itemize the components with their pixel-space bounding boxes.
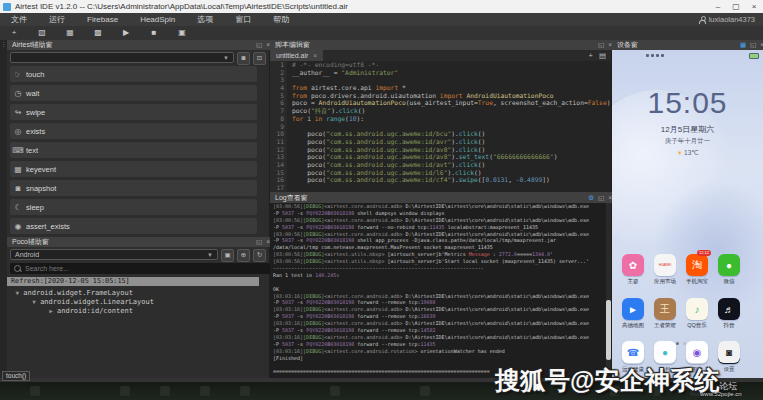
run-button[interactable]: ▶: [112, 26, 140, 40]
log-scrollbar-thumb[interactable]: [606, 300, 611, 360]
stop-button[interactable]: ■: [140, 26, 168, 40]
code-line: 4from airtest.core.api import *: [270, 84, 611, 92]
line-number: 5: [270, 92, 287, 100]
action-wait-button[interactable]: ◷wait: [10, 85, 257, 101]
inspect-icon[interactable]: ⊕: [237, 249, 250, 262]
poco-mode-combo[interactable]: Android ▼: [10, 249, 218, 260]
lock-icon[interactable]: ▣: [221, 249, 234, 262]
log-console[interactable]: [03:00:56][DEBUG]<airtest.core.android.a…: [270, 203, 609, 378]
maximize-button[interactable]: ▢: [727, 1, 745, 13]
action-keyevent-button[interactable]: ▦keyevent: [10, 161, 257, 177]
action-assert_exists-button[interactable]: ◉assert_exists: [10, 218, 257, 234]
assert-icon: ◉: [10, 222, 26, 231]
menu-item-帮助[interactable]: 帮助: [262, 13, 300, 26]
menu-item-选项[interactable]: 选项: [186, 13, 224, 26]
close-button[interactable]: ×: [745, 1, 763, 13]
poco-refresh-row[interactable]: Refresh:[2020-12-05 15:05:15]: [7, 277, 259, 286]
app-王者荣耀[interactable]: 王王者荣耀: [649, 298, 681, 329]
keyboard-icon: ⌨: [10, 146, 26, 155]
collapsed-arrow-icon[interactable]: ▶: [49, 307, 53, 314]
left-dock-strip: ⋮: [0, 40, 7, 380]
action-swipe-button[interactable]: ↬swipe: [10, 104, 257, 120]
expanded-arrow-icon[interactable]: ▼: [32, 298, 36, 305]
minimize-button[interactable]: –: [709, 1, 727, 13]
new-script-button[interactable]: +: [0, 26, 28, 40]
log-settings-icon[interactable]: ⚙: [588, 193, 594, 203]
action-snapshot-button[interactable]: ◙snapshot: [10, 180, 257, 196]
app-label: 主题: [617, 278, 649, 285]
float-panel-icon[interactable]: ◱: [256, 40, 262, 50]
device-grid-icon[interactable]: ▦: [740, 40, 746, 50]
messages-app[interactable]: ●: [649, 341, 681, 363]
code-line: 3: [270, 76, 611, 84]
code-text: poco("com.ss.android.ugc.aweme:id/cf4").…: [287, 176, 550, 184]
tree-node[interactable]: ▼ android.widget.LinearLayout: [7, 297, 262, 306]
menu-item-HeadSpin[interactable]: HeadSpin: [129, 13, 186, 26]
taskbar-item: [420, 386, 430, 396]
float-panel-icon[interactable]: ◱: [598, 193, 604, 203]
account-button[interactable]: luxiaolan4373: [699, 15, 763, 24]
phone-app[interactable]: ☎: [617, 341, 649, 363]
app-高德地图[interactable]: ►高德地图: [617, 298, 649, 329]
editor-layout-icon[interactable]: ▤: [599, 51, 606, 60]
menu-item-Firebase[interactable]: Firebase: [76, 13, 129, 26]
device-combo[interactable]: ▼: [10, 52, 234, 63]
code-editor[interactable]: 1# -*- encoding=utf8 -*-2__author__ = "A…: [270, 61, 611, 192]
device-screen-mirror[interactable]: 15:05 12月5日星期六 庚子年十月廿一 ☀ 13℃ ✿主题HUAWEI应用…: [612, 50, 763, 378]
taskbar-item: [30, 386, 40, 396]
new-tab-icon[interactable]: +: [589, 51, 593, 60]
menu-item-运行[interactable]: 运行: [38, 13, 76, 26]
keypad-icon: ▦: [10, 165, 26, 174]
expanded-arrow-icon[interactable]: ▼: [15, 289, 19, 296]
phone-status-bar: [612, 52, 763, 59]
line-number: 3: [270, 76, 287, 84]
menu-item-窗口[interactable]: 窗口: [224, 13, 262, 26]
open-script-button[interactable]: ▧: [28, 26, 56, 40]
action-exists-button[interactable]: ◎exists: [10, 123, 257, 139]
report-button[interactable]: ▣: [168, 26, 196, 40]
app-glyph: ●: [726, 260, 732, 271]
save-button[interactable]: ▦: [56, 26, 84, 40]
app-icon: ✿: [622, 254, 644, 276]
float-panel-icon[interactable]: ◱: [256, 237, 262, 247]
taskbar-item: [330, 386, 340, 396]
record-mode-button[interactable]: ⊡: [253, 52, 266, 65]
tree-node[interactable]: ▶ android:id/content: [7, 306, 262, 315]
code-line: 11 poco("com.ss.android.ugc.aweme:id/avr…: [270, 138, 611, 146]
app-主题[interactable]: ✿主题: [617, 254, 649, 285]
tab-close-icon[interactable]: ×: [313, 50, 317, 61]
app-badge: 12.12: [697, 250, 711, 256]
tree-node[interactable]: ▼ android.widget.FrameLayout: [7, 288, 262, 297]
menu-bar: 文件运行FirebaseHeadSpin选项窗口帮助 luxiaolan4373: [0, 13, 763, 26]
poco-search-input[interactable]: Search here...: [10, 263, 272, 274]
app-QQ音乐[interactable]: ♪QQ音乐: [681, 298, 713, 329]
line-number: 9: [270, 123, 287, 131]
refresh-icon[interactable]: ↻: [253, 249, 266, 262]
action-sleep-button[interactable]: ☾sleep: [10, 199, 257, 215]
app-label: 王者荣耀: [649, 322, 681, 329]
screenshot-mode-button[interactable]: ◙: [237, 52, 250, 65]
action-label: exists: [26, 127, 45, 136]
app-抖音[interactable]: ♬抖音: [713, 298, 745, 329]
app-应用市场[interactable]: HUAWEI应用市场: [649, 254, 681, 285]
save-as-icon: ▩: [94, 28, 102, 37]
browser-app[interactable]: ◉: [681, 341, 713, 363]
camera-app[interactable]: ◙: [713, 341, 745, 363]
action-touch-button[interactable]: ☞touch: [10, 66, 257, 82]
app-label: 高德地图: [617, 322, 649, 329]
log-line: -P 5037 -s PQY0220B03018198 forward --re…: [273, 313, 609, 320]
swipe-hand-icon: ↬: [10, 108, 26, 117]
battery-icon: [749, 53, 759, 59]
code-line: 7poco("抖音").click(): [270, 107, 611, 115]
tab-untitled[interactable]: untitled.air ×: [270, 50, 323, 61]
action-text-button[interactable]: ⌨text: [10, 142, 257, 158]
app-手机淘宝[interactable]: 淘12.12手机淘宝: [681, 254, 713, 285]
code-text: poco = AndroidUiautomationPoco(use_airte…: [287, 99, 611, 107]
taskbar-item: [240, 386, 250, 396]
menu-item-文件[interactable]: 文件: [0, 13, 38, 26]
save-as-button[interactable]: ▩: [84, 26, 112, 40]
float-panel-icon[interactable]: ◱: [750, 40, 756, 50]
float-panel-icon[interactable]: ◱: [598, 40, 604, 50]
app-微信[interactable]: ●微信: [713, 254, 745, 285]
line-number: 1: [270, 61, 287, 69]
